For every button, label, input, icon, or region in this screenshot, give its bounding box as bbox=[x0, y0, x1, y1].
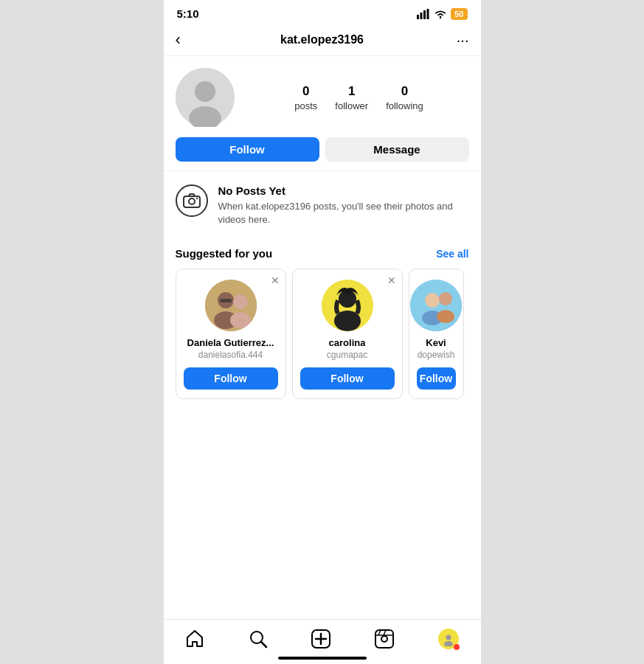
svg-point-35 bbox=[446, 635, 451, 640]
follow-suggestion-2[interactable]: Follow bbox=[300, 367, 395, 390]
followers-label: follower bbox=[335, 100, 368, 111]
svg-line-33 bbox=[384, 630, 386, 635]
suggestion-avatar-3 bbox=[410, 280, 462, 331]
home-bar bbox=[278, 657, 367, 660]
suggestion-username-3: dopewish bbox=[418, 350, 455, 360]
svg-rect-0 bbox=[417, 15, 419, 19]
status-time: 5:10 bbox=[177, 7, 199, 20]
following-label: following bbox=[386, 100, 423, 111]
nav-home[interactable] bbox=[185, 629, 204, 649]
svg-point-23 bbox=[437, 310, 454, 323]
suggestion-avatar-2 bbox=[322, 280, 373, 331]
add-icon bbox=[311, 629, 330, 649]
svg-rect-15 bbox=[220, 299, 232, 302]
followers-stat[interactable]: 1 follower bbox=[335, 84, 368, 111]
svg-rect-2 bbox=[423, 10, 426, 19]
more-options-button[interactable]: ··· bbox=[445, 32, 468, 49]
suggestion-card-2: ✕ carolina cgumapac Follow bbox=[292, 269, 403, 399]
nav-profile[interactable] bbox=[438, 629, 459, 649]
svg-point-20 bbox=[425, 293, 440, 308]
follow-button[interactable]: Follow bbox=[176, 137, 319, 162]
home-icon bbox=[185, 629, 204, 649]
svg-point-14 bbox=[230, 312, 251, 328]
close-card-1[interactable]: ✕ bbox=[271, 275, 280, 286]
profile-username-header: kat.elopez3196 bbox=[280, 33, 364, 46]
suggestion-card-3: Kevi dopewish Follow bbox=[409, 269, 464, 399]
following-count: 0 bbox=[401, 84, 408, 99]
suggestion-name-1: Daniela Gutierrez... bbox=[187, 337, 274, 348]
profile-section: 0 posts 1 follower 0 following Follow Me… bbox=[164, 56, 481, 170]
profile-top: 0 posts 1 follower 0 following bbox=[176, 68, 469, 127]
suggestion-name-3: Kevi bbox=[426, 337, 446, 348]
no-posts-description: When kat.elopez3196 posts, you'll see th… bbox=[218, 200, 469, 226]
svg-point-18 bbox=[334, 311, 361, 331]
nav-search[interactable] bbox=[249, 629, 268, 649]
followers-count: 1 bbox=[348, 84, 355, 99]
wifi-icon bbox=[434, 9, 447, 19]
avatar bbox=[176, 68, 235, 127]
back-button[interactable]: ‹ bbox=[176, 30, 199, 49]
suggested-title: Suggested for you bbox=[176, 247, 273, 260]
no-posts-section: No Posts Yet When kat.elopez3196 posts, … bbox=[164, 170, 481, 240]
svg-point-9 bbox=[195, 198, 197, 199]
suggestion-name-2: carolina bbox=[329, 337, 366, 348]
suggestion-username-1: danielasofia.444 bbox=[198, 350, 263, 360]
no-posts-title: No Posts Yet bbox=[218, 184, 469, 197]
svg-rect-3 bbox=[427, 9, 429, 19]
stats-row: 0 posts 1 follower 0 following bbox=[249, 84, 469, 111]
posts-label: posts bbox=[294, 100, 317, 111]
no-posts-text: No Posts Yet When kat.elopez3196 posts, … bbox=[218, 184, 469, 226]
svg-point-5 bbox=[195, 81, 215, 102]
suggested-header: Suggested for you See all bbox=[176, 247, 469, 260]
svg-line-32 bbox=[378, 630, 381, 635]
svg-rect-1 bbox=[420, 13, 423, 19]
action-buttons: Follow Message bbox=[176, 137, 469, 162]
see-all-link[interactable]: See all bbox=[436, 248, 468, 260]
nav-reels[interactable] bbox=[375, 629, 394, 649]
nav-add[interactable] bbox=[311, 629, 330, 649]
svg-point-22 bbox=[439, 292, 452, 305]
status-icons: 50 bbox=[417, 8, 467, 20]
avatar-svg bbox=[176, 68, 235, 127]
follow-suggestion-1[interactable]: Follow bbox=[184, 367, 278, 390]
following-stat[interactable]: 0 following bbox=[386, 84, 423, 111]
header: ‹ kat.elopez3196 ··· bbox=[164, 24, 481, 56]
suggestion-card-1: ✕ Daniela Gutierrez... danielasofia.444 bbox=[176, 269, 286, 399]
status-bar: 5:10 50 bbox=[164, 0, 481, 24]
camera-icon bbox=[176, 184, 208, 217]
search-icon bbox=[249, 629, 268, 649]
svg-point-30 bbox=[381, 636, 387, 642]
reels-icon bbox=[375, 629, 394, 649]
follow-suggestion-3[interactable]: Follow bbox=[417, 367, 456, 390]
suggested-cards: ✕ Daniela Gutierrez... danielasofia.444 bbox=[176, 269, 469, 399]
posts-count: 0 bbox=[302, 84, 309, 99]
suggestion-username-2: cgumapac bbox=[327, 350, 367, 360]
svg-point-8 bbox=[189, 198, 195, 204]
close-card-2[interactable]: ✕ bbox=[387, 275, 396, 286]
profile-avatar-nav bbox=[438, 629, 459, 649]
svg-point-13 bbox=[233, 294, 248, 309]
notification-dot bbox=[454, 644, 460, 650]
message-button[interactable]: Message bbox=[325, 137, 469, 162]
suggested-section: Suggested for you See all ✕ bbox=[164, 240, 481, 407]
svg-line-25 bbox=[261, 642, 266, 647]
suggestion-avatar-1 bbox=[205, 280, 257, 331]
phone-frame: 5:10 50 ‹ kat.elopez3196 ··· bbox=[164, 0, 481, 664]
posts-stat: 0 posts bbox=[294, 84, 317, 111]
signal-icon bbox=[417, 9, 430, 19]
battery-badge: 50 bbox=[451, 8, 467, 20]
